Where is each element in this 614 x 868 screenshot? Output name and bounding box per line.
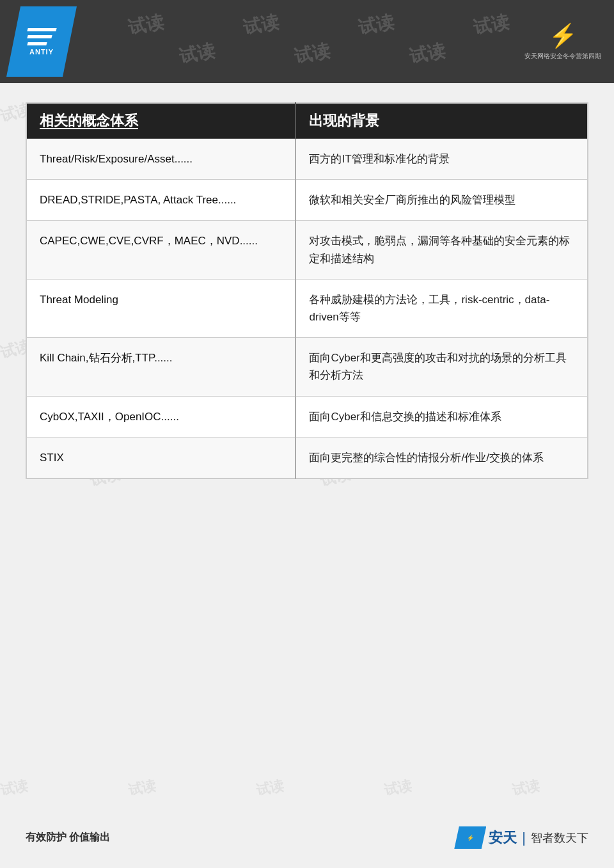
logo-line-2 — [27, 35, 52, 38]
page-header: ANTIY 试读 试读 试读 试读 试读 试读 试读 试读 ⚡ 安天网络安全冬令… — [0, 0, 614, 83]
brand-subtitle: 安天网络安全冬令营第四期 — [524, 52, 601, 61]
logo-lines — [28, 28, 56, 45]
page-footer: 有效防护 价值输出 ⚡ 安天 | 智者数天下 — [0, 826, 614, 849]
footer-slogan: 有效防护 价值输出 — [26, 831, 110, 844]
table-row: Kill Chain,钻石分析,TTP......面向Cyber和更高强度的攻击… — [26, 338, 588, 396]
watermark-7: 试读 — [407, 38, 447, 68]
col1-header: 相关的概念体系 — [26, 103, 295, 139]
table-cell-col1-0: Threat/Risk/Exposure/Asset...... — [26, 139, 295, 180]
bwm-4: 试读 — [382, 778, 414, 800]
concepts-table: 相关的概念体系 出现的背景 Threat/Risk/Exposure/Asset… — [26, 102, 588, 479]
table-row: Threat Modeling各种威胁建模的方法论，工具，risk-centri… — [26, 279, 588, 337]
bwm-2: 试读 — [127, 778, 158, 800]
table-cell-col1-2: CAPEC,CWE,CVE,CVRF，MAEC，NVD...... — [26, 221, 295, 279]
watermark-5: 试读 — [177, 38, 217, 68]
header-brand: ⚡ 安天网络安全冬令营第四期 — [518, 10, 608, 74]
table-cell-col1-5: CybOX,TAXII，OpenIOC...... — [26, 396, 295, 437]
bwm-3: 试读 — [255, 778, 286, 800]
watermark-4: 试读 — [471, 10, 511, 40]
col2-header: 出现的背景 — [295, 103, 588, 139]
watermark-1: 试读 — [126, 10, 166, 40]
table-cell-col2-3: 各种威胁建模的方法论，工具，risk-centric，data-driven等等 — [295, 279, 588, 337]
table-cell-col2-0: 西方的IT管理和标准化的背景 — [295, 139, 588, 180]
logo-line-3 — [27, 42, 47, 45]
table-row: CybOX,TAXII，OpenIOC......面向Cyber和信息交换的描述… — [26, 396, 588, 437]
footer-antiy-icon: ⚡ — [454, 826, 486, 849]
table-cell-col2-2: 对攻击模式，脆弱点，漏洞等各种基础的安全元素的标定和描述结构 — [295, 221, 588, 279]
table-cell-col1-6: STIX — [26, 437, 295, 478]
table-row: STIX面向更完整的综合性的情报分析/作业/交换的体系 — [26, 437, 588, 478]
footer-logo-group: ⚡ 安天 | 智者数天下 — [454, 826, 588, 849]
table-cell-col2-1: 微软和相关安全厂商所推出的风险管理模型 — [295, 180, 588, 221]
table-row: DREAD,STRIDE,PASTA, Attack Tree......微软和… — [26, 180, 588, 221]
table-header-row: 相关的概念体系 出现的背景 — [26, 103, 588, 139]
logo-line-1 — [27, 28, 56, 31]
footer-divider: | — [522, 830, 526, 846]
table-row: CAPEC,CWE,CVE,CVRF，MAEC，NVD......对攻击模式，脆… — [26, 221, 588, 279]
header-watermark-area: 试读 试读 试读 试读 试读 试读 试读 试读 — [77, 0, 518, 83]
footer-antiy-lines: ⚡ — [467, 835, 474, 841]
main-content: 试读 试读 试读 试读 试读 试读 试读 试读 试读 试读 试读 试读 试读 试… — [0, 83, 614, 498]
antiy-logo: ANTIY — [6, 6, 77, 77]
bwm-5: 试读 — [510, 778, 542, 800]
watermark-6: 试读 — [292, 38, 332, 68]
table-cell-col2-5: 面向Cyber和信息交换的描述和标准体系 — [295, 396, 588, 437]
bottom-watermark-layer: 试读 试读 试读 试读 试读 — [0, 778, 614, 817]
logo-text: ANTIY — [29, 48, 54, 56]
table-cell-col2-4: 面向Cyber和更高强度的攻击和对抗的场景的分析工具和分析方法 — [295, 338, 588, 396]
table-cell-col1-1: DREAD,STRIDE,PASTA, Attack Tree...... — [26, 180, 295, 221]
watermark-2: 试读 — [241, 10, 281, 40]
bwm-1: 试读 — [0, 778, 29, 800]
table-cell-col2-6: 面向更完整的综合性的情报分析/作业/交换的体系 — [295, 437, 588, 478]
table-cell-col1-3: Threat Modeling — [26, 279, 295, 337]
table-row: Threat/Risk/Exposure/Asset......西方的IT管理和… — [26, 139, 588, 180]
watermark-3: 试读 — [356, 10, 396, 40]
table-cell-col1-4: Kill Chain,钻石分析,TTP...... — [26, 338, 295, 396]
footer-brand-slogan: 智者数天下 — [531, 830, 588, 846]
footer-brand-name: 安天 — [489, 828, 517, 848]
brand-bird-icon: ⚡ — [549, 22, 578, 49]
